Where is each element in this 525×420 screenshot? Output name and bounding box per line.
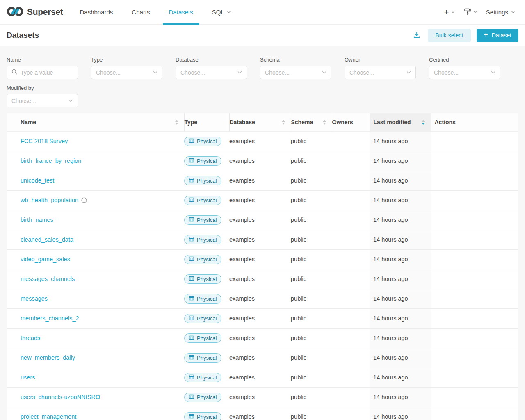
dataset-last-modified-cell: 14 hours ago [370,328,431,348]
dataset-owners-cell [332,407,370,420]
chevron-down-icon [153,71,158,74]
filter-database-label: Database [176,57,247,63]
dataset-link[interactable]: unicode_test [21,177,54,184]
dataset-last-modified-cell: 14 hours ago [370,407,431,420]
dataset-actions-cell [431,387,518,407]
dataset-link[interactable]: members_channels_2 [21,315,79,322]
filter-certified-select[interactable]: Choose... [429,66,500,79]
dataset-owners-cell [332,328,370,348]
sort-icon [323,120,326,125]
filter-schema: Schema Choose... [260,57,331,79]
dataset-type-cell: Physical [184,131,229,151]
dataset-link[interactable]: threads [21,335,40,341]
column-header-schema[interactable]: Schema [291,113,332,131]
dataset-last-modified-cell: 14 hours ago [370,368,431,387]
dataset-link[interactable]: FCC 2018 Survey [21,138,68,144]
new-item-menu[interactable]: + [441,8,458,16]
dataset-link[interactable]: messages_channels [21,276,75,282]
table-row: FCC 2018 Survey Physica [7,131,518,151]
nav-dashboards[interactable]: Dashboards [73,0,119,24]
nav-charts[interactable]: Charts [126,0,156,24]
dataset-database-cell: examples [229,387,291,407]
filter-type-select[interactable]: Choose... [91,66,162,79]
dataset-last-modified-cell: 14 hours ago [370,249,431,269]
dataset-link[interactable]: project_management [21,413,76,420]
nav-sql-label: SQL [212,9,224,16]
column-header-last-modified[interactable]: Last modified [370,113,431,131]
dataset-link[interactable]: birth_names [21,217,53,223]
download-icon [413,31,420,40]
column-header-last-modified-label: Last modified [374,119,411,126]
dataset-name-cell: users_channels-uzooNNtSRO [7,387,184,407]
dataset-last-modified-cell: 14 hours ago [370,171,431,190]
dataset-link[interactable]: new_members_daily [21,354,75,361]
nav-datasets[interactable]: Datasets [163,0,199,24]
filter-type: Type Choose... [91,57,162,79]
sort-icon [175,120,178,125]
filter-name-field[interactable] [7,66,78,79]
theme-menu[interactable] [461,8,480,16]
dataset-link[interactable]: users_channels-uzooNNtSRO [21,394,100,400]
dataset-link[interactable]: users [21,374,35,381]
filter-certified-placeholder: Choose... [434,69,488,76]
table-icon [189,276,194,282]
filter-modified-by-select[interactable]: Choose... [7,94,78,107]
bulk-select-button[interactable]: Bulk select [428,29,471,42]
table-row: birth_france_by_region [7,151,518,171]
dataset-schema-cell: public [291,151,332,171]
chevron-down-icon [451,11,455,13]
export-datasets-button[interactable] [411,30,422,41]
dataset-name-cell: unicode_test [7,171,184,190]
nav-datasets-label: Datasets [169,9,193,16]
column-header-database[interactable]: Database [229,113,291,131]
nav-sql[interactable]: SQL [206,0,237,24]
column-header-name[interactable]: Name [7,113,184,131]
plus-icon: + [444,8,449,16]
filter-schema-select[interactable]: Choose... [260,66,331,79]
filter-schema-label: Schema [260,57,331,63]
dataset-link[interactable]: wb_health_population [21,197,78,203]
type-badge-label: Physical [197,178,217,184]
dataset-link[interactable]: video_game_sales [21,256,70,262]
table-row: members_channels_2 Phys [7,308,518,328]
filters-row-1: Name Type Choose... Database [7,57,518,79]
chevron-down-icon [473,11,477,13]
dataset-database-cell: examples [229,368,291,387]
dataset-actions-cell [431,407,518,420]
dataset-owners-cell [332,190,370,210]
dataset-name-cell: messages_channels [7,269,184,289]
table-row: video_game_sales Physic [7,249,518,269]
dataset-name-cell: birth_names [7,210,184,230]
info-icon[interactable] [81,197,87,203]
dataset-database-cell: examples [229,269,291,289]
dataset-schema-cell: public [291,190,332,210]
settings-label: Settings [486,9,508,16]
filter-owner-select[interactable]: Choose... [345,66,416,79]
dataset-owners-cell [332,131,370,151]
superset-logo[interactable]: Superset [7,0,63,24]
dataset-link[interactable]: messages [21,295,48,302]
table-icon [189,158,194,164]
name-filter-input[interactable] [21,69,73,76]
type-badge-label: Physical [197,256,217,262]
table-icon [189,374,194,381]
filter-owner-label: Owner [345,57,416,63]
physical-type-badge: Physical [184,314,221,323]
column-header-database-label: Database [230,119,255,126]
dataset-owners-cell [332,289,370,308]
settings-menu[interactable]: Settings [483,9,518,16]
main-nav: Dashboards Charts Datasets SQL [70,0,240,24]
dataset-name-cell: project_management [7,407,184,420]
table-row: new_members_daily Physi [7,348,518,368]
dataset-schema-cell: public [291,368,332,387]
dataset-last-modified-cell: 14 hours ago [370,210,431,230]
dataset-database-cell: examples [229,407,291,420]
datasets-table: Name Type Database [7,113,518,420]
table-row: wb_health_population Ph [7,190,518,210]
filter-modified-by: Modified by Choose... [7,85,78,107]
dataset-link[interactable]: cleaned_sales_data [21,236,73,243]
dataset-last-modified-cell: 14 hours ago [370,131,431,151]
filter-database-select[interactable]: Choose... [176,66,247,79]
dataset-link[interactable]: birth_france_by_region [21,158,81,164]
add-dataset-button[interactable]: + Dataset [477,29,518,42]
